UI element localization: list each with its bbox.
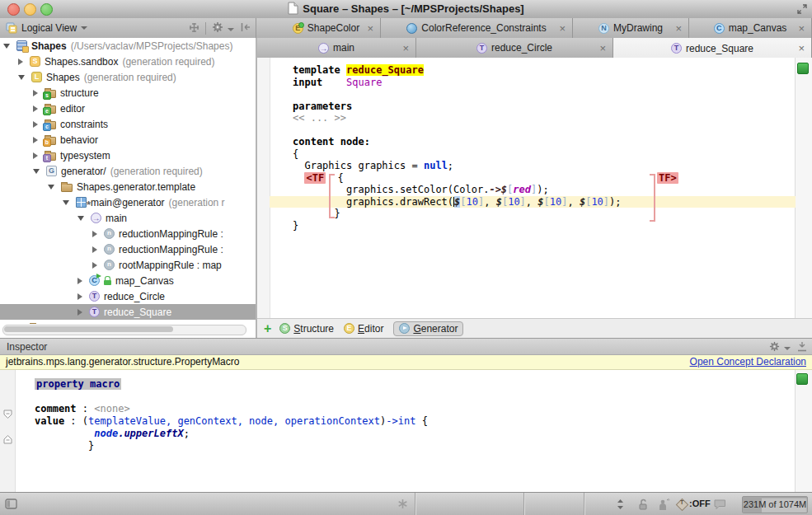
fold-pennant-down-icon[interactable] bbox=[2, 410, 13, 422]
fold-pennant-up-icon[interactable] bbox=[2, 434, 13, 447]
chevron-collapsed-icon[interactable] bbox=[33, 105, 38, 112]
gear-icon[interactable] bbox=[769, 341, 791, 354]
scrollbar-thumb[interactable] bbox=[4, 326, 173, 332]
tree-item-reductionmappingrule[interactable]: reductionMappingRule : bbox=[0, 241, 256, 257]
typesystem-flag-state[interactable]: :OFF bbox=[689, 493, 711, 515]
code-line[interactable]: value : (templateValue, genContext, node… bbox=[35, 415, 428, 428]
horizontal-scrollbar[interactable] bbox=[2, 325, 246, 335]
tree-item-rootmappingrule-map[interactable]: rootMappingRule : map bbox=[0, 257, 256, 273]
tab-main[interactable]: main× bbox=[257, 38, 416, 58]
hide-panel-icon[interactable] bbox=[240, 22, 251, 35]
code-line[interactable]: Graphics graphics = null; bbox=[270, 160, 796, 172]
code-line[interactable]: graphics.drawRect($[10], $[10], $[10], $… bbox=[270, 196, 796, 208]
tree-item-shapes[interactable]: Shapes(/Users/vaclav/MPSProjects/Shapes) bbox=[0, 38, 256, 54]
toggle-toolwindows-icon[interactable] bbox=[5, 499, 17, 512]
tree-item-reduce-square[interactable]: reduce_Square bbox=[0, 304, 256, 320]
close-icon[interactable]: × bbox=[402, 43, 409, 54]
code-line[interactable] bbox=[35, 391, 428, 403]
editor-pane[interactable]: template reduce_Squareinput Squareparame… bbox=[257, 58, 812, 318]
chevron-collapsed-icon[interactable] bbox=[92, 246, 97, 253]
chevron-collapsed-icon[interactable] bbox=[33, 90, 38, 96]
code-line[interactable]: } bbox=[35, 440, 428, 452]
chevron-collapsed-icon[interactable] bbox=[18, 59, 23, 65]
lock-open-icon[interactable] bbox=[638, 499, 649, 513]
chevron-collapsed-icon[interactable] bbox=[33, 121, 38, 128]
tree-item-shapes-generator-template[interactable]: Shapes.generator.template bbox=[0, 179, 256, 194]
code-line[interactable]: input Square bbox=[270, 77, 796, 89]
resize-icon[interactable] bbox=[797, 4, 807, 16]
close-icon[interactable]: × bbox=[798, 23, 805, 34]
feedback-bubble-icon[interactable] bbox=[714, 499, 726, 513]
close-icon[interactable]: × bbox=[798, 43, 805, 54]
code-line[interactable]: graphics.setColor(Color.->$[red]); bbox=[270, 184, 796, 196]
code-line[interactable]: content node: bbox=[270, 136, 796, 148]
hector-inspections-icon[interactable] bbox=[656, 499, 670, 513]
code-line[interactable]: parameters bbox=[270, 101, 796, 113]
code-line[interactable]: node.upperLeftX; bbox=[35, 428, 428, 440]
close-icon[interactable]: × bbox=[675, 23, 682, 34]
spinner-icon[interactable] bbox=[617, 499, 624, 513]
tree-item-behavior[interactable]: behavior bbox=[0, 132, 256, 147]
inspector-code[interactable]: property macrocomment : <none>value : (t… bbox=[35, 378, 428, 452]
tree-item-shapes-sandbox[interactable]: Shapes.sandbox(generation required) bbox=[0, 54, 256, 69]
open-concept-declaration-link[interactable]: Open Concept Declaration bbox=[690, 355, 806, 369]
tab-map-canvas[interactable]: map_Canvas× bbox=[689, 18, 812, 38]
code-line[interactable]: << ... >> bbox=[270, 112, 796, 124]
tree-item-constraints[interactable]: constraints bbox=[0, 116, 256, 132]
close-icon[interactable]: × bbox=[559, 23, 566, 34]
tab-shapecolor[interactable]: ShapeColor× bbox=[272, 18, 381, 38]
code-line[interactable]: { bbox=[270, 148, 796, 161]
error-stripe[interactable] bbox=[795, 58, 812, 318]
close-icon[interactable]: × bbox=[599, 43, 606, 54]
tab-reduce-circle[interactable]: reduce_Circle× bbox=[416, 38, 613, 58]
chevron-collapsed-icon[interactable] bbox=[92, 231, 97, 237]
code-line[interactable]: } bbox=[270, 220, 796, 232]
chevron-collapsed-icon[interactable] bbox=[92, 262, 97, 269]
code-line[interactable]: property macro bbox=[35, 378, 428, 391]
code-line[interactable]: } bbox=[270, 208, 796, 220]
editor-code[interactable]: template reduce_Squareinput Squareparame… bbox=[270, 64, 796, 232]
chevron-expanded-icon[interactable] bbox=[63, 200, 69, 205]
gear-icon[interactable] bbox=[212, 21, 234, 35]
chevron-expanded-icon[interactable] bbox=[18, 75, 25, 80]
inspector-editor[interactable]: property macrocomment : <none>value : (t… bbox=[0, 370, 812, 492]
tab-colorreference-constraints[interactable]: ColorReference_Constraints× bbox=[381, 18, 573, 38]
tree-item-structure[interactable]: structure bbox=[0, 85, 256, 101]
code-line[interactable]: template reduce_Square bbox=[270, 64, 796, 77]
tree-item-main-generator[interactable]: main@generator(generation r bbox=[0, 194, 256, 210]
project-view-header[interactable]: Logical View bbox=[0, 18, 256, 38]
tree-item-reduce-circle[interactable]: reduce_Circle bbox=[0, 288, 256, 304]
tree-item-map-canvas[interactable]: map_Canvas bbox=[0, 273, 256, 288]
chevron-expanded-icon[interactable] bbox=[3, 44, 10, 49]
chevron-expanded-icon[interactable] bbox=[77, 216, 84, 221]
chevron-collapsed-icon[interactable] bbox=[77, 293, 82, 300]
scroll-to-source-button[interactable] bbox=[189, 22, 199, 35]
chevron-collapsed-icon[interactable] bbox=[77, 278, 82, 284]
aspect-tab-editor[interactable]: Editor bbox=[344, 323, 383, 335]
code-line[interactable] bbox=[270, 124, 796, 137]
inspector-error-stripe[interactable] bbox=[795, 370, 812, 492]
tab-mydrawing[interactable]: MyDrawing× bbox=[573, 18, 689, 38]
add-aspect-button[interactable]: + bbox=[264, 322, 271, 335]
project-tree[interactable]: Shapes(/Users/vaclav/MPSProjects/Shapes)… bbox=[0, 38, 256, 338]
macro-close-tag[interactable]: TF> bbox=[657, 172, 678, 184]
tree-item-typesystem[interactable]: typesystem bbox=[0, 147, 256, 163]
tree-item-shapes[interactable]: Shapes(generation required) bbox=[0, 69, 256, 85]
aspect-tab-structure[interactable]: Structure bbox=[279, 323, 334, 335]
tab-reduce-square[interactable]: reduce_Square× bbox=[613, 38, 812, 59]
close-icon[interactable]: × bbox=[367, 23, 373, 34]
chevron-collapsed-icon[interactable] bbox=[33, 152, 38, 159]
chevron-expanded-icon[interactable] bbox=[33, 169, 40, 174]
tree-item-generator[interactable]: generator/(generation required) bbox=[0, 163, 256, 179]
tree-item-main[interactable]: main bbox=[0, 210, 256, 226]
hide-down-icon[interactable] bbox=[797, 341, 807, 354]
background-tasks-icon[interactable] bbox=[397, 499, 408, 512]
code-line[interactable]: <TF { bbox=[270, 172, 796, 185]
aspect-tab-generator[interactable]: Generator bbox=[393, 321, 463, 336]
chevron-expanded-icon[interactable] bbox=[48, 185, 54, 190]
code-line[interactable] bbox=[270, 88, 796, 101]
tree-item-editor[interactable]: editor bbox=[0, 101, 256, 116]
memory-indicator[interactable]: 231M of 1074M bbox=[742, 496, 808, 513]
chevron-collapsed-icon[interactable] bbox=[77, 309, 82, 316]
code-line[interactable]: comment : <none> bbox=[35, 403, 428, 415]
